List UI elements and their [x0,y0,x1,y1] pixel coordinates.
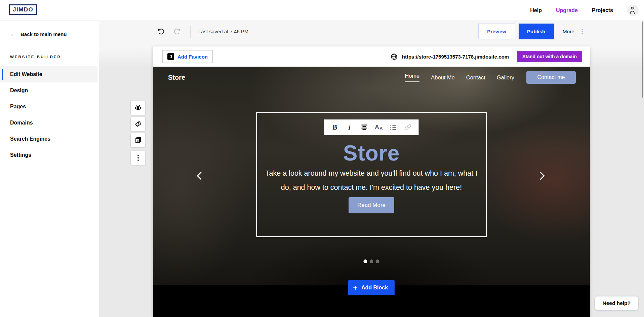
sidebar-item-edit-website[interactable]: Edit Website [0,66,97,82]
user-avatar-icon[interactable] [627,5,639,16]
sidebar-item-label: Domains [10,120,33,126]
add-favicon-button[interactable]: J Add Favicon [162,50,213,63]
toolbar-actions: Preview Publish More ⋮ [478,24,585,39]
carousel-dots [364,259,379,263]
add-block-button[interactable]: + Add Block [348,280,395,295]
globe-icon [391,53,398,60]
sidebar-item-label: Design [10,87,28,94]
user-icon [631,7,634,9]
favicon-icon: J [167,53,174,60]
page-scrollbar[interactable] [642,22,643,98]
sidebar-item-design[interactable]: Design [0,82,99,99]
help-link[interactable]: Help [530,7,542,13]
app-header: JIMDO Help Upgrade Projects [0,0,644,21]
style-swatches-button[interactable] [131,117,145,131]
block-tools [131,101,145,165]
hero-line2: do, and how to contact me. I'm excited t… [281,183,462,191]
projects-link[interactable]: Projects [592,7,613,13]
preview-topbar: J Add Favicon https://store-1759513573-7… [153,46,590,67]
sidebar-item-label: Search Engines [10,136,50,142]
site-header: Store Home About Me Contact Gallery Cont… [153,67,590,88]
eye-icon [137,107,139,109]
site-nav: Home About Me Contact Gallery [405,73,514,82]
preview-button[interactable]: Preview [478,24,515,39]
site-brand[interactable]: Store [168,74,185,81]
redo-icon [173,28,182,36]
sidebar: ← Back to main menu WEBSITE BUILDER Edit… [0,21,99,317]
site-nav-group: Home About Me Contact Gallery Contact me [405,71,576,84]
style-swatches-icon [134,120,142,128]
sidebar-menu: Edit Website Design Pages Domains Search… [0,66,99,163]
list-icon[interactable] [389,122,398,132]
contact-me-button[interactable]: Contact me [526,71,576,84]
align-center-icon[interactable] [359,122,369,132]
about-me-title: About Me [153,314,590,317]
header-nav: Help Upgrade Projects [530,0,639,21]
editor-toolbar: Last saved at 7:46 PM Preview Publish Mo… [99,21,644,42]
sidebar-item-label: Settings [10,152,31,158]
carousel-next-icon[interactable] [536,172,545,180]
sidebar-section-title: WEBSITE BUILDER [10,55,99,59]
upgrade-link[interactable]: Upgrade [556,7,578,13]
back-label: Back to main menu [21,31,67,37]
user-icon-body [630,11,635,14]
jimdo-logo[interactable]: JIMDO [9,4,37,15]
site-url[interactable]: https://store-1759513573-7178.jimdosite.… [391,53,509,60]
kebab-menu-icon [137,155,139,161]
preview-eye-button[interactable] [131,101,145,115]
carousel-dot-2[interactable] [370,259,373,263]
last-saved-text: Last saved at 7:46 PM [198,29,248,34]
sidebar-item-settings[interactable]: Settings [0,147,99,163]
sidebar-item-search-engines[interactable]: Search Engines [0,131,99,147]
add-favicon-label: Add Favicon [177,54,208,60]
site-nav-contact[interactable]: Contact [466,74,485,81]
toolbar-divider [190,26,191,38]
hero-line1: Take a look around my website and you'll… [266,169,477,177]
back-arrow-icon: ← [10,31,16,37]
stand-out-domain-button[interactable]: Stand out with a domain [517,51,582,62]
hero-paragraph[interactable]: Take a look around my website and you'll… [224,166,519,195]
site-nav-gallery[interactable]: Gallery [497,74,514,81]
need-help-button[interactable]: Need help? [595,296,638,310]
plus-icon: + [353,284,358,292]
site-url-group: https://store-1759513573-7178.jimdosite.… [391,46,582,67]
hero-title[interactable]: Store [153,141,590,166]
block-more-button[interactable] [131,151,145,165]
font-style-icon[interactable]: AA [374,122,384,132]
text-format-toolbar: B I AA [324,119,419,135]
sidebar-item-label: Pages [10,104,26,110]
website-preview: J Add Favicon https://store-1759513573-7… [153,46,590,317]
italic-icon[interactable]: I [345,122,354,132]
back-to-main-menu[interactable]: ← Back to main menu [0,21,99,37]
kebab-menu-icon[interactable]: ⋮ [579,29,585,34]
duplicate-icon [134,136,142,144]
carousel-dot-3[interactable] [376,259,379,263]
link-icon[interactable] [403,122,413,132]
undo-icon[interactable] [157,28,165,36]
editor-canvas: Last saved at 7:46 PM Preview Publish Mo… [99,21,644,317]
carousel-prev-icon[interactable] [197,172,205,180]
more-button[interactable]: More [563,29,574,35]
read-more-button[interactable]: Read More [349,197,394,213]
site-nav-about-me[interactable]: About Me [431,74,455,81]
bold-icon[interactable]: B [330,122,339,132]
sidebar-item-label: Edit Website [10,71,42,77]
duplicate-button[interactable] [131,133,145,147]
publish-button[interactable]: Publish [519,24,554,39]
hero-section: Store Home About Me Contact Gallery Cont… [153,67,590,285]
site-url-text: https://store-1759513573-7178.jimdosite.… [402,54,509,60]
sidebar-item-pages[interactable]: Pages [0,99,99,115]
add-block-label: Add Block [361,285,388,291]
sidebar-item-domains[interactable]: Domains [0,115,99,131]
site-nav-home[interactable]: Home [405,73,419,82]
carousel-dot-1[interactable] [364,259,367,263]
